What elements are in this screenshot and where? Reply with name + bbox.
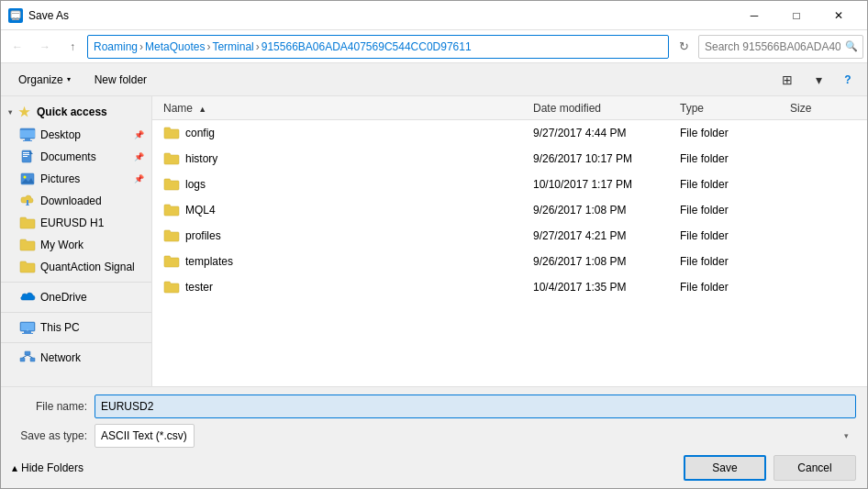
forward-icon: → bbox=[39, 40, 50, 53]
table-row[interactable]: logs 10/10/2017 1:17 PM File folder bbox=[152, 172, 867, 197]
file-name-cell: MQL4 bbox=[160, 203, 529, 217]
table-row[interactable]: profiles 9/27/2017 4:21 PM File folder bbox=[152, 223, 867, 249]
content-area: ▾ ★ Quick access Desktop 📌 bbox=[1, 96, 867, 386]
view-dropdown-button[interactable]: ▾ bbox=[805, 68, 832, 92]
column-date[interactable]: Date modified bbox=[529, 102, 676, 115]
svg-rect-25 bbox=[20, 358, 25, 361]
sidebar-item-desktop[interactable]: Desktop 📌 bbox=[1, 124, 151, 146]
maximize-button[interactable]: □ bbox=[775, 1, 818, 30]
desktop-pin-icon: 📌 bbox=[134, 130, 144, 139]
save-as-dialog: Save As ─ □ ✕ ← → ↑ Roaming › MetaQuotes… bbox=[0, 0, 868, 489]
file-date-cell: 9/27/2017 4:44 PM bbox=[529, 127, 676, 139]
path-link-terminal[interactable]: Terminal bbox=[212, 40, 253, 53]
sidebar-item-pictures[interactable]: Pictures 📌 bbox=[1, 168, 151, 190]
back-button[interactable]: ← bbox=[5, 35, 30, 59]
svg-rect-4 bbox=[12, 19, 19, 20]
help-icon: ? bbox=[844, 73, 851, 86]
search-input[interactable] bbox=[698, 35, 863, 59]
refresh-button[interactable]: ↻ bbox=[671, 35, 696, 59]
sidebar-section-quick-access[interactable]: ▾ ★ Quick access bbox=[1, 100, 151, 124]
mywork-folder-icon bbox=[19, 237, 36, 253]
thispc-icon bbox=[19, 319, 36, 336]
up-button[interactable]: ↑ bbox=[60, 35, 85, 59]
savetype-select-wrapper: ASCII Text (*.csv) ▾ bbox=[95, 424, 856, 448]
svg-rect-21 bbox=[24, 331, 31, 333]
window-title: Save As bbox=[28, 9, 733, 22]
path-link-id[interactable]: 915566BA06ADA407569C544CC0D97611 bbox=[262, 40, 472, 53]
sidebar-item-onedrive[interactable]: OneDrive bbox=[1, 286, 151, 308]
table-row[interactable]: history 9/26/2017 10:17 PM File folder bbox=[152, 146, 867, 172]
desktop-icon bbox=[19, 127, 36, 143]
new-folder-button[interactable]: New folder bbox=[84, 68, 157, 92]
filename-input[interactable] bbox=[95, 395, 856, 418]
quick-access-label: Quick access bbox=[37, 106, 107, 118]
search-wrapper: 🔍 bbox=[698, 35, 863, 59]
path-link-metaquotes[interactable]: MetaQuotes bbox=[145, 40, 205, 53]
sidebar-item-thispc-label: This PC bbox=[40, 321, 80, 334]
sidebar-item-documents[interactable]: Documents 📌 bbox=[1, 146, 151, 168]
save-button[interactable]: Save bbox=[684, 455, 766, 481]
minimize-button[interactable]: ─ bbox=[733, 1, 775, 30]
organize-button[interactable]: Organize ▾ bbox=[8, 68, 81, 92]
sidebar-item-thispc[interactable]: This PC bbox=[1, 317, 151, 339]
folder-icon bbox=[163, 203, 180, 217]
path-link-roaming[interactable]: Roaming bbox=[94, 40, 138, 53]
column-name[interactable]: Name ▲ bbox=[160, 102, 529, 115]
file-list-area: Name ▲ Date modified Type Size bbox=[152, 96, 867, 386]
svg-rect-1 bbox=[12, 13, 19, 14]
file-type-cell: File folder bbox=[676, 127, 786, 139]
column-size[interactable]: Size bbox=[786, 102, 860, 115]
file-date-cell: 9/26/2017 1:08 PM bbox=[529, 255, 676, 268]
svg-rect-3 bbox=[17, 17, 18, 19]
table-row[interactable]: MQL4 9/26/2017 1:08 PM File folder bbox=[152, 197, 867, 223]
sidebar-item-mywork-label: My Work bbox=[40, 239, 83, 251]
svg-rect-20 bbox=[21, 323, 34, 330]
sidebar-item-network[interactable]: Network bbox=[1, 347, 151, 369]
toolbar-right: ⊞ ▾ ? bbox=[773, 68, 860, 92]
sidebar-item-downloaded[interactable]: Downloaded bbox=[1, 190, 151, 212]
back-icon: ← bbox=[12, 40, 23, 53]
file-name-cell: profiles bbox=[160, 228, 529, 243]
pictures-pin-icon: 📌 bbox=[134, 174, 144, 183]
sidebar-item-quantaction[interactable]: QuantAction Signal bbox=[1, 256, 151, 278]
window-controls: ─ □ ✕ bbox=[733, 1, 860, 30]
savetype-select[interactable]: ASCII Text (*.csv) bbox=[95, 424, 195, 448]
svg-point-23 bbox=[28, 330, 28, 331]
file-list-header: Name ▲ Date modified Type Size bbox=[152, 96, 867, 120]
sidebar-item-eurusd[interactable]: EURUSD H1 bbox=[1, 212, 151, 234]
filename-label: File name: bbox=[12, 400, 95, 413]
help-button[interactable]: ? bbox=[836, 68, 860, 92]
svg-rect-22 bbox=[22, 333, 33, 334]
sidebar-item-desktop-label: Desktop bbox=[40, 128, 81, 141]
file-rows-container: config 9/27/2017 4:44 PM File folder his… bbox=[152, 120, 867, 300]
path-segment-1: Roaming › bbox=[94, 40, 145, 53]
address-path[interactable]: Roaming › MetaQuotes › Terminal › 915566… bbox=[87, 35, 669, 59]
hide-folders-chevron-icon: ▴ bbox=[12, 461, 17, 474]
svg-rect-6 bbox=[20, 130, 35, 138]
svg-rect-8 bbox=[23, 140, 32, 141]
file-type-cell: File folder bbox=[676, 229, 786, 242]
quantaction-folder-icon bbox=[19, 259, 36, 275]
forward-button[interactable]: → bbox=[32, 35, 58, 59]
close-button[interactable]: ✕ bbox=[818, 1, 860, 30]
onedrive-icon bbox=[19, 289, 36, 306]
address-bar: ← → ↑ Roaming › MetaQuotes › Terminal › … bbox=[1, 30, 867, 63]
folder-icon bbox=[163, 126, 180, 140]
table-row[interactable]: config 9/27/2017 4:44 PM File folder bbox=[152, 120, 867, 146]
hide-folders-button[interactable]: ▴ Hide Folders bbox=[12, 461, 83, 474]
sidebar-divider-3 bbox=[1, 342, 151, 343]
network-icon bbox=[19, 350, 36, 366]
cancel-button[interactable]: Cancel bbox=[773, 455, 856, 481]
pictures-icon bbox=[19, 171, 36, 187]
view-button[interactable]: ⊞ bbox=[773, 68, 801, 92]
refresh-icon: ↻ bbox=[679, 39, 689, 53]
sidebar-item-mywork[interactable]: My Work bbox=[1, 234, 151, 256]
svg-rect-2 bbox=[13, 17, 15, 19]
sidebar-item-pictures-label: Pictures bbox=[40, 172, 80, 185]
table-row[interactable]: tester 10/4/2017 1:35 PM File folder bbox=[152, 274, 867, 300]
column-type[interactable]: Type bbox=[676, 102, 786, 115]
sidebar-item-downloaded-label: Downloaded bbox=[40, 194, 102, 207]
file-type-cell: File folder bbox=[676, 178, 786, 191]
table-row[interactable]: templates 9/26/2017 1:08 PM File folder bbox=[152, 249, 867, 274]
svg-rect-7 bbox=[25, 139, 30, 140]
